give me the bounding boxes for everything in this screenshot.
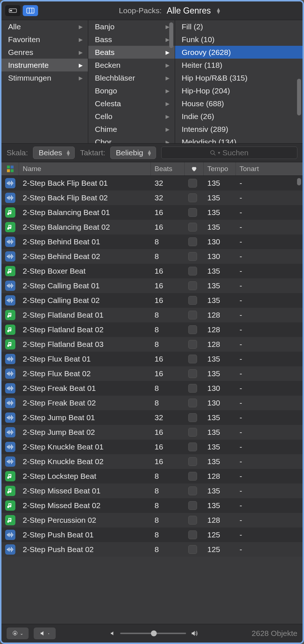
favorite-checkbox[interactable] — [188, 384, 197, 393]
favorite-checkbox[interactable] — [188, 501, 197, 510]
browser-item[interactable]: Bongo▶ — [88, 84, 175, 97]
browser-item[interactable]: Alle▶ — [1, 20, 88, 33]
column-header-key[interactable]: Tonart — [236, 162, 303, 175]
table-row[interactable]: 2-Step Jump Beat 0216135- — [1, 425, 303, 440]
favorite-checkbox[interactable] — [188, 267, 197, 275]
scrollbar-thumb[interactable] — [297, 79, 301, 115]
favorite-checkbox[interactable] — [188, 296, 197, 305]
favorite-checkbox[interactable] — [188, 208, 197, 217]
table-row[interactable]: 2-Step Knuckle Beat 0216135- — [1, 454, 303, 469]
browser-item[interactable]: Stimmungen▶ — [1, 71, 88, 84]
browser-item[interactable]: Instrumente▶ — [1, 59, 88, 71]
favorite-checkbox[interactable] — [188, 340, 197, 349]
scrollbar-thumb[interactable] — [169, 22, 173, 48]
table-row[interactable]: 2-Step Behind Beat 018130- — [1, 234, 303, 249]
favorite-checkbox[interactable] — [188, 443, 197, 451]
favorite-checkbox[interactable] — [188, 193, 197, 202]
settings-button[interactable]: ⌄ — [7, 628, 29, 639]
favorite-checkbox[interactable] — [188, 472, 197, 481]
scrollbar-thumb[interactable] — [297, 178, 301, 185]
browser-item[interactable]: Indie (26) — [175, 110, 303, 123]
loop-tempo: 128 — [204, 472, 236, 481]
volume-slider[interactable] — [61, 630, 246, 637]
browser-item[interactable]: Melodisch (134) — [175, 136, 303, 143]
table-row[interactable]: 2-Step Missed Beat 018135- — [1, 484, 303, 498]
favorite-checkbox[interactable] — [188, 530, 197, 539]
browser-item[interactable]: Celesta▶ — [88, 97, 175, 110]
browser-item[interactable]: Bass▶ — [88, 33, 175, 46]
browser-item[interactable]: Chime▶ — [88, 123, 175, 136]
preview-button[interactable]: · — [34, 628, 56, 639]
browser-item[interactable]: Chor▶ — [88, 136, 175, 143]
favorite-checkbox[interactable] — [188, 355, 197, 363]
column-header-type[interactable] — [1, 162, 19, 175]
waveform-icon — [5, 398, 15, 408]
favorite-checkbox[interactable] — [188, 311, 197, 319]
view-columns-icon[interactable] — [23, 5, 38, 16]
table-row[interactable]: 2-Step Flatland Beat 028128- — [1, 322, 303, 337]
browser-item[interactable]: Funk (10) — [175, 33, 303, 46]
favorite-checkbox[interactable] — [188, 281, 197, 290]
browser-item[interactable]: Hip Hop/R&B (315) — [175, 71, 303, 84]
favorite-checkbox[interactable] — [188, 486, 197, 495]
browser-item[interactable]: Fill (2) — [175, 20, 303, 33]
table-row[interactable]: 2-Step Behind Beat 028130- — [1, 249, 303, 264]
table-row[interactable]: 2-Step Flux Beat 0116135- — [1, 352, 303, 366]
favorite-checkbox[interactable] — [188, 457, 197, 466]
table-row[interactable]: 2-Step Push Beat 028125- — [1, 542, 303, 557]
browser-item[interactable]: Heiter (118) — [175, 59, 303, 71]
loop-packs-selector[interactable]: Loop-Packs: Alle Genres ▲▼ — [41, 6, 299, 16]
favorite-checkbox[interactable] — [188, 252, 197, 261]
favorite-checkbox[interactable] — [188, 516, 197, 525]
table-row[interactable]: 2-Step Percussion 028128- — [1, 513, 303, 528]
table-row[interactable]: 2-Step Flux Beat 0216135- — [1, 366, 303, 381]
table-row[interactable]: 2-Step Back Flip Beat 0132135- — [1, 176, 303, 190]
column-header-beats[interactable]: Beats — [151, 162, 185, 175]
browser-item[interactable]: Favoriten▶ — [1, 33, 88, 46]
table-row[interactable]: 2-Step Jump Beat 0132135- — [1, 410, 303, 425]
favorite-checkbox[interactable] — [188, 325, 197, 334]
table-row[interactable]: 2-Step Boxer Beat16135- — [1, 264, 303, 278]
table-row[interactable]: 2-Step Balancing Beat 0116135- — [1, 205, 303, 220]
table-row[interactable]: 2-Step Calling Beat 0116135- — [1, 278, 303, 293]
table-row[interactable]: 2-Step Push Beat 018125- — [1, 528, 303, 542]
browser-item[interactable]: Genres▶ — [1, 46, 88, 59]
table-row[interactable]: 2-Step Back Flip Beat 0232135- — [1, 190, 303, 205]
table-row[interactable]: 2-Step Freak Beat 028130- — [1, 396, 303, 410]
browser-item[interactable]: Banjo▶ — [88, 20, 175, 33]
view-buttons-icon[interactable] — [5, 5, 21, 16]
favorite-checkbox[interactable] — [188, 545, 197, 554]
table-row[interactable]: 2-Step Lockstep Beat8128- — [1, 469, 303, 484]
favorite-checkbox[interactable] — [188, 237, 197, 246]
favorite-checkbox[interactable] — [188, 223, 197, 232]
favorite-checkbox[interactable] — [188, 179, 197, 188]
table-row[interactable]: 2-Step Freak Beat 018130- — [1, 381, 303, 396]
favorite-checkbox[interactable] — [188, 369, 197, 378]
scale-dropdown[interactable]: Beides ▲▼ — [33, 147, 75, 159]
table-row[interactable]: 2-Step Missed Beat 028135- — [1, 498, 303, 513]
browser-item[interactable]: Cello▶ — [88, 110, 175, 123]
svg-point-5 — [211, 151, 214, 154]
favorite-checkbox[interactable] — [188, 413, 197, 422]
favorite-checkbox[interactable] — [188, 399, 197, 407]
browser-item[interactable]: Groovy (2628) — [175, 46, 303, 59]
favorite-checkbox[interactable] — [188, 428, 197, 437]
column-header-favorite[interactable] — [185, 162, 204, 175]
browser-item[interactable]: Beats▶ — [88, 46, 175, 59]
browser-item[interactable]: Blechbläser▶ — [88, 71, 175, 84]
browser-item[interactable]: House (688) — [175, 97, 303, 110]
column-header-name[interactable]: Name — [19, 162, 151, 175]
browser-item[interactable]: Becken▶ — [88, 59, 175, 71]
table-row[interactable]: 2-Step Flatland Beat 038128- — [1, 337, 303, 352]
table-row[interactable]: 2-Step Knuckle Beat 0116135- — [1, 440, 303, 454]
table-row[interactable]: 2-Step Calling Beat 0216135- — [1, 293, 303, 308]
loop-beats: 8 — [151, 399, 185, 407]
column-header-tempo[interactable]: Tempo — [204, 162, 236, 175]
table-row[interactable]: 2-Step Flatland Beat 018128- — [1, 308, 303, 322]
table-row[interactable]: 2-Step Balancing Beat 0216135- — [1, 220, 303, 234]
browser-item-label: Stimmungen — [8, 74, 51, 82]
search-input[interactable]: ▾ Suchen — [161, 147, 297, 159]
browser-item[interactable]: Hip-Hop (204) — [175, 84, 303, 97]
browser-item[interactable]: Intensiv (289) — [175, 123, 303, 136]
signature-dropdown[interactable]: Beliebig ▲▼ — [110, 147, 156, 159]
